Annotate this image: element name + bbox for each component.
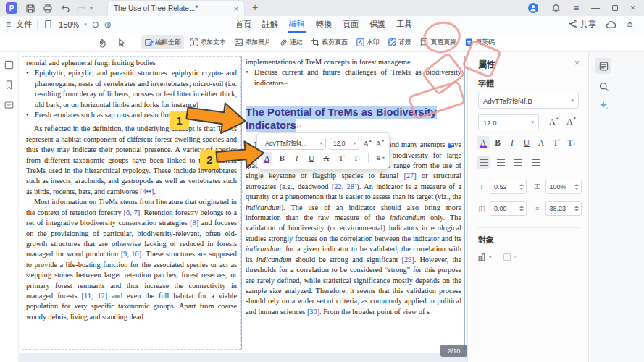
close-window-button[interactable]: × <box>630 4 635 12</box>
horizontal-scale-input[interactable]: 100% <box>545 180 582 194</box>
toolbar-button-edit-all[interactable]: 編輯全部 <box>141 35 184 49</box>
line-spacing-icon: ≡ <box>532 205 543 212</box>
redo-button[interactable] <box>75 3 86 14</box>
bookmarks-button[interactable] <box>4 80 15 91</box>
menu-保護[interactable]: 保護 <box>369 17 386 32</box>
stepper-icons[interactable] <box>519 184 524 190</box>
panel-font-color-button[interactable]: A <box>477 136 490 149</box>
decrease-font-button[interactable]: A▼ <box>566 117 577 127</box>
zoom-caret-icon[interactable]: ▾ <box>84 22 87 28</box>
cloud-sync-button[interactable] <box>605 19 616 30</box>
stepper-icons[interactable] <box>574 206 579 211</box>
account-avatar[interactable] <box>528 3 538 13</box>
select-tool-button[interactable] <box>114 36 127 49</box>
panel-strikethrough-button[interactable]: A <box>535 136 548 149</box>
app-menu-button[interactable]: ≡ <box>574 4 579 12</box>
mini-font-family-select[interactable]: AdvTTaf7f9f4...▾ <box>262 138 326 150</box>
properties-icon <box>598 61 609 72</box>
increase-font-button[interactable]: A▲ <box>549 117 559 127</box>
menu-頁面[interactable]: 頁面 <box>342 17 359 32</box>
mini-increase-font-button[interactable]: A▲ <box>363 139 372 148</box>
mini-strikethrough-button[interactable]: A <box>321 152 332 164</box>
hand-tool-button[interactable] <box>96 36 109 49</box>
word-spacing-icon: |T| <box>477 205 487 212</box>
word-spacing-input[interactable]: 0.00 <box>490 201 527 216</box>
zoom-level[interactable]: 150% <box>59 20 79 29</box>
mini-underline-button[interactable]: U <box>306 152 317 164</box>
stepper-icons[interactable] <box>519 206 524 211</box>
menu-工具[interactable]: 工具 <box>396 17 413 32</box>
comments-button[interactable] <box>4 100 15 111</box>
line-spacing-input[interactable]: 38.23 <box>545 201 582 216</box>
history-caret-icon[interactable]: ▾ <box>90 5 93 12</box>
line-spacing-value: 38.23 <box>550 205 566 212</box>
share-icon <box>568 20 578 30</box>
watermark-icon <box>356 38 365 47</box>
mini-italic-button[interactable]: I <box>291 152 302 164</box>
menu-註解[interactable]: 註解 <box>262 17 279 32</box>
font-family-value: AdvTTaf7f9f4f.B <box>483 97 532 105</box>
save-button[interactable] <box>25 3 35 14</box>
titlebar: P ▾ The Use of Tree-Relate...* × + ≡ — × <box>0 0 644 16</box>
divider <box>37 20 38 29</box>
zoom-in-button[interactable]: ⊕ <box>104 20 112 29</box>
object-align-button[interactable]: ▾ <box>477 252 492 262</box>
mini-bold-button[interactable]: B <box>276 152 287 164</box>
zoom-out-button[interactable]: ⊖ <box>92 20 99 29</box>
print-button[interactable] <box>42 3 53 14</box>
notifications-button[interactable] <box>551 3 561 14</box>
hand-icon <box>97 38 107 48</box>
panel-underline-button[interactable]: U <box>520 136 533 149</box>
align-center-button[interactable] <box>494 156 507 169</box>
menu-轉換[interactable]: 轉換 <box>315 17 333 32</box>
collapse-toolbar-button[interactable] <box>624 19 635 30</box>
new-tab-button[interactable]: + <box>252 1 258 13</box>
align-justify-button[interactable] <box>529 156 542 169</box>
toolbar-button-add-image[interactable]: 添加圖片 <box>231 35 274 49</box>
add-text-icon <box>189 38 198 47</box>
word-spacing-control: |T|0.00 <box>477 201 527 216</box>
panel-italic-button[interactable]: I <box>506 136 519 149</box>
align-left-button[interactable] <box>477 156 490 169</box>
divider <box>477 227 580 228</box>
object-fill-button[interactable]: ▾ <box>502 252 517 262</box>
document-page[interactable]: rennial and ephemeral fungi fruiting bod… <box>19 52 467 362</box>
selection-handle[interactable] <box>448 144 452 148</box>
mini-font-size-select[interactable]: 12.0▾ <box>330 138 359 150</box>
toolbar-button-label: 連結 <box>290 38 303 47</box>
horizontal-scale-icon: 工 <box>532 182 543 192</box>
mini-alignment-dropdown[interactable]: ≡▾ <box>377 154 385 162</box>
page-thumbnails-button[interactable] <box>4 59 15 71</box>
search-button[interactable] <box>595 78 611 94</box>
share-button[interactable]: 共享 <box>568 19 596 30</box>
ai-assistant-button[interactable] <box>595 97 611 113</box>
char-spacing-input[interactable]: 0.52 <box>490 180 527 194</box>
stepper-icons[interactable] <box>574 184 579 190</box>
properties-tab-button[interactable] <box>595 58 611 74</box>
menu-首頁[interactable]: 首頁 <box>235 17 252 32</box>
undo-button[interactable] <box>59 3 70 14</box>
file-menu[interactable]: 文件 <box>16 19 32 30</box>
toolbar-button-crop-page[interactable]: 裁剪頁面 <box>308 35 351 49</box>
panel-subscript-button[interactable]: T <box>564 136 577 149</box>
mini-subscript-button[interactable]: T <box>351 152 361 164</box>
mini-superscript-button[interactable]: T <box>335 152 346 164</box>
font-family-select[interactable]: AdvTTaf7f9f4f.B▾ <box>478 93 579 109</box>
toolbar-button-add-text[interactable]: 添加文本 <box>186 35 229 49</box>
restore-button[interactable] <box>612 5 618 11</box>
page-fit-button[interactable] <box>43 19 54 30</box>
mini-decrease-font-button[interactable]: A▼ <box>376 139 385 148</box>
panel-superscript-button[interactable]: T <box>549 136 562 149</box>
panel-bold-button[interactable]: B <box>491 136 504 149</box>
toolbar-button-watermark[interactable]: 水印 <box>353 35 382 49</box>
toolbar-button-background[interactable]: 背景 <box>385 35 414 49</box>
align-right-button[interactable] <box>511 156 524 169</box>
panel-close-icon[interactable]: × <box>574 58 580 68</box>
menu-編輯[interactable]: 編輯 <box>288 16 306 33</box>
document-tab[interactable]: The Use of Tree-Relate...* × <box>107 0 245 16</box>
tab-close-icon[interactable]: × <box>234 4 238 13</box>
minimize-button[interactable]: — <box>591 4 600 12</box>
font-size-select[interactable]: 12.0▾ <box>478 114 539 130</box>
file-menu-icon[interactable]: ≡ <box>6 20 11 29</box>
toolbar-button-link[interactable]: 連結 <box>276 35 306 49</box>
